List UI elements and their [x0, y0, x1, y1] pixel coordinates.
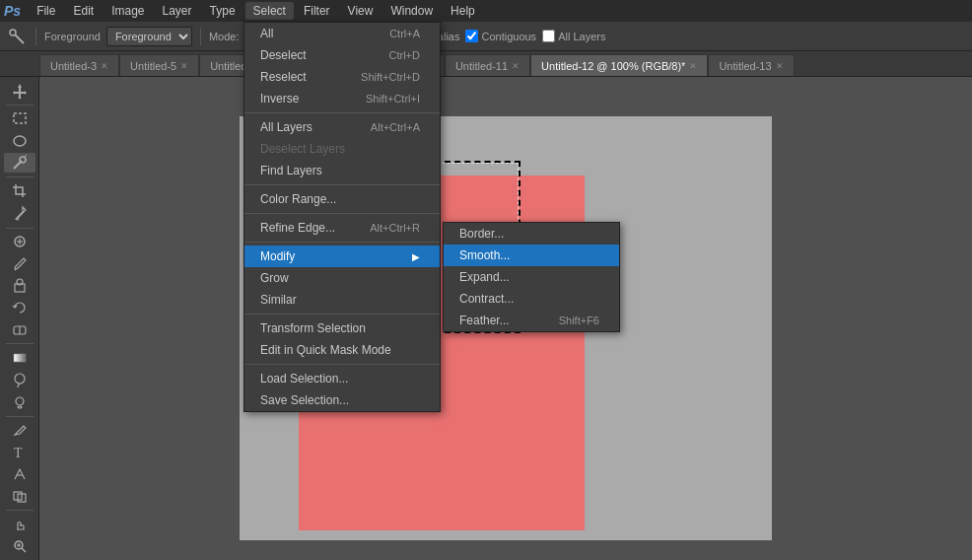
modify-submenu: Border... Smooth... Expand... Contract..…: [443, 222, 620, 332]
tool-heal[interactable]: [4, 232, 35, 251]
close-icon[interactable]: ✕: [776, 61, 784, 71]
alllayers-wrap: All Layers: [542, 30, 605, 42]
tab-untitled11[interactable]: Untitled-11 ✕: [445, 54, 530, 76]
menu-layer[interactable]: Layer: [155, 2, 200, 20]
tab-untitled13[interactable]: Untitled-13 ✕: [708, 54, 794, 76]
divider2: [200, 28, 201, 45]
tool-lasso[interactable]: [4, 131, 35, 151]
tool-crop[interactable]: [4, 181, 35, 201]
tool-blur[interactable]: [4, 370, 35, 389]
svg-line-24: [22, 548, 26, 552]
ps-logo: Ps: [4, 3, 21, 19]
menu-item-color-range[interactable]: Color Range...: [244, 188, 440, 210]
separator6: [244, 364, 440, 365]
separator: [6, 105, 34, 105]
separator: [244, 112, 440, 113]
separator4: [244, 242, 440, 243]
menu-window[interactable]: Window: [382, 2, 441, 20]
svg-rect-15: [14, 354, 26, 362]
menu-item-transform-selection[interactable]: Transform Selection: [244, 317, 440, 339]
separator2: [244, 184, 440, 185]
submenu-item-expand[interactable]: Expand...: [444, 266, 619, 288]
menu-file[interactable]: File: [29, 2, 63, 20]
separator4: [6, 343, 34, 344]
separator2: [6, 176, 34, 177]
alllayers-checkbox[interactable]: [542, 30, 555, 42]
menu-item-find-layers[interactable]: Find Layers: [244, 160, 440, 181]
tool-hand[interactable]: [4, 515, 35, 534]
submenu-item-contract[interactable]: Contract...: [444, 288, 619, 310]
separator3: [244, 213, 440, 214]
separator5: [6, 416, 34, 417]
svg-point-4: [14, 136, 26, 146]
close-icon[interactable]: ✕: [101, 61, 108, 71]
submenu-item-smooth[interactable]: Smooth...: [444, 245, 619, 266]
tool-stamp[interactable]: [4, 276, 35, 296]
menu-view[interactable]: View: [340, 2, 382, 20]
tool-magic-wand[interactable]: [4, 153, 35, 173]
svg-line-7: [25, 155, 27, 157]
tab-untitled12[interactable]: Untitled-12 @ 100% (RGB/8)* ✕: [530, 54, 708, 76]
menu-item-reselect[interactable]: Reselect Shift+Ctrl+D: [244, 66, 440, 88]
menu-item-save-selection[interactable]: Save Selection...: [244, 389, 440, 411]
tool-path-select[interactable]: [4, 464, 35, 484]
select-dropdown-menu: All Ctrl+A Deselect Ctrl+D Reselect Shif…: [243, 22, 441, 412]
menu-select[interactable]: Select: [245, 2, 294, 20]
magic-wand-icon[interactable]: [6, 26, 28, 47]
tool-pen[interactable]: [4, 420, 35, 440]
menu-image[interactable]: Image: [104, 2, 152, 20]
svg-rect-3: [14, 113, 26, 123]
svg-text:T: T: [14, 446, 23, 460]
menu-item-all-layers[interactable]: All Layers Alt+Ctrl+A: [244, 116, 440, 138]
menu-edit[interactable]: Edit: [65, 2, 102, 20]
tabs-bar: Untitled-3 ✕ Untitled-5 ✕ Untitled... ✕ …: [0, 51, 972, 77]
contiguous-wrap: Contiguous: [465, 30, 536, 42]
menu-item-grow[interactable]: Grow: [244, 267, 440, 289]
separator5: [244, 314, 440, 315]
left-toolbar: T: [0, 77, 39, 560]
mode-label: Mode:: [209, 31, 240, 42]
options-bar: Foreground Foreground Mode: N Tolerance:…: [0, 22, 972, 51]
menu-item-deselect-layers: Deselect Layers: [244, 138, 440, 160]
menu-item-modify[interactable]: Modify ▶: [244, 245, 440, 267]
contiguous-checkbox[interactable]: [465, 30, 478, 42]
close-icon[interactable]: ✕: [512, 61, 520, 71]
menu-item-deselect[interactable]: Deselect Ctrl+D: [244, 44, 440, 66]
foreground-select[interactable]: Foreground: [106, 27, 192, 46]
foreground-label: Foreground: [44, 31, 101, 42]
menu-item-quick-mask[interactable]: Edit in Quick Mask Mode: [244, 339, 440, 361]
menu-item-all[interactable]: All Ctrl+A: [244, 23, 440, 44]
svg-point-17: [16, 397, 24, 405]
submenu-item-border[interactable]: Border...: [444, 223, 619, 245]
tool-eyedropper[interactable]: [4, 203, 35, 223]
tool-shape[interactable]: [4, 486, 35, 506]
menu-item-similar[interactable]: Similar: [244, 289, 440, 311]
separator3: [6, 228, 34, 229]
close-icon[interactable]: ✕: [180, 61, 188, 71]
menu-filter[interactable]: Filter: [296, 2, 338, 20]
menu-type[interactable]: Type: [202, 2, 243, 20]
tool-brush[interactable]: [4, 253, 35, 273]
tool-move[interactable]: [4, 81, 35, 101]
tool-history-brush[interactable]: [4, 298, 35, 317]
menu-item-load-selection[interactable]: Load Selection...: [244, 368, 440, 389]
tool-gradient[interactable]: [4, 348, 35, 368]
svg-line-1: [16, 35, 25, 43]
submenu-arrow-icon: ▶: [412, 251, 420, 262]
tab-untitled3[interactable]: Untitled-3 ✕: [39, 54, 119, 76]
divider: [35, 28, 36, 45]
svg-marker-2: [13, 84, 27, 99]
tool-dodge[interactable]: [4, 391, 35, 411]
tool-rectangle-select[interactable]: [4, 109, 35, 129]
close-icon[interactable]: ✕: [689, 61, 697, 71]
tool-eraser[interactable]: [4, 319, 35, 339]
menu-item-refine-edge[interactable]: Refine Edge... Alt+Ctrl+R: [244, 217, 440, 239]
svg-point-16: [15, 374, 25, 384]
svg-point-6: [20, 157, 26, 163]
menu-item-inverse[interactable]: Inverse Shift+Ctrl+I: [244, 88, 440, 109]
menu-help[interactable]: Help: [443, 2, 483, 20]
tool-type[interactable]: T: [4, 442, 35, 461]
tab-untitled5[interactable]: Untitled-5 ✕: [119, 54, 199, 76]
submenu-item-feather[interactable]: Feather... Shift+F6: [444, 310, 619, 331]
tool-zoom[interactable]: [4, 536, 35, 556]
